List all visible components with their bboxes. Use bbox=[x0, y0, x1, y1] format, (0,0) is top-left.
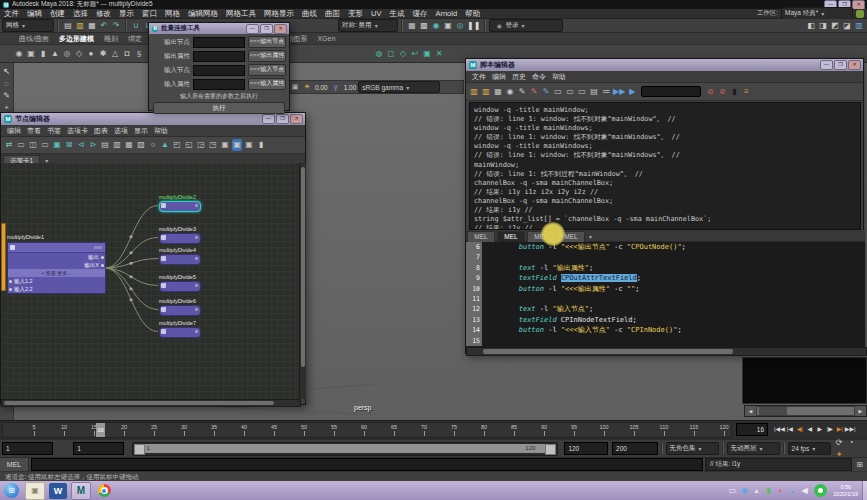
node-editor-menu-0[interactable]: 编辑 bbox=[7, 126, 21, 136]
node-1[interactable] bbox=[159, 233, 201, 244]
node-editor-menu-4[interactable]: 图表 bbox=[94, 126, 108, 136]
menu-item-11[interactable]: 曲线 bbox=[302, 9, 317, 19]
script-tab-1[interactable]: MEL bbox=[497, 231, 525, 242]
go-to-end-button[interactable]: ▶▶| bbox=[845, 423, 856, 436]
clock-icon[interactable]: ◔ bbox=[846, 437, 856, 449]
grab-button[interactable]: <<<输入节点 bbox=[248, 64, 286, 76]
poly-disc-icon[interactable]: ● bbox=[87, 48, 97, 60]
menu-item-4[interactable]: 修改 bbox=[96, 9, 111, 19]
run-user-icon[interactable]: ◉ bbox=[505, 86, 515, 98]
render-settings-icon[interactable]: ◉ bbox=[431, 20, 441, 32]
playback-start-field[interactable]: 1 bbox=[73, 442, 124, 455]
paint-select-tool-icon[interactable]: ✎ bbox=[2, 90, 12, 102]
maximize-button[interactable]: ❐ bbox=[834, 60, 847, 70]
node-editor-vscrollbar[interactable] bbox=[299, 163, 306, 399]
step-forward-key-button[interactable]: |▶ bbox=[825, 423, 835, 436]
node-editor-canvas[interactable]: multiplyDivide1 输出输出X+ 查看 更多...输入1.2输入2.… bbox=[1, 163, 299, 399]
paint-effects-icon[interactable]: ◍ bbox=[375, 48, 385, 60]
workspace-lock-icon[interactable] bbox=[856, 10, 864, 18]
maximize-button[interactable]: ❐ bbox=[276, 114, 289, 124]
secondary-viewport-scrollbar[interactable]: ◀ ▶ bbox=[744, 405, 867, 417]
menu-item-18[interactable]: 帮助 bbox=[465, 9, 480, 19]
field-input[interactable] bbox=[193, 65, 245, 76]
source-out-row-0[interactable]: 输出 bbox=[8, 253, 105, 261]
grab-button[interactable]: <<<输出节点 bbox=[248, 36, 286, 48]
scroll-thumb[interactable] bbox=[759, 407, 787, 415]
node-editor-menu-2[interactable]: 书签 bbox=[47, 126, 61, 136]
frame-all-icon[interactable]: ▭ bbox=[16, 139, 26, 151]
field-input[interactable] bbox=[193, 51, 245, 62]
mode-simple-icon[interactable]: ▣ bbox=[220, 139, 230, 151]
open-scene-icon[interactable]: ▥ bbox=[75, 20, 85, 32]
node-0[interactable] bbox=[159, 201, 201, 212]
source-node-header[interactable] bbox=[8, 243, 105, 253]
node-editor-hscrollbar[interactable] bbox=[1, 399, 301, 407]
exposure-value[interactable]: 0.00 bbox=[315, 84, 328, 91]
start-button[interactable]: ⊞ bbox=[4, 483, 19, 498]
attribute-editor-icon[interactable]: ◩ bbox=[830, 20, 840, 32]
mode-connected-icon[interactable]: ▣ bbox=[232, 139, 242, 151]
poly-pipe-icon[interactable]: ◘ bbox=[123, 48, 133, 60]
grab-button[interactable]: <<<输出属性 bbox=[248, 50, 286, 62]
go-to-start-button[interactable]: |◀◀ bbox=[774, 423, 785, 436]
redo-icon[interactable]: ↷ bbox=[111, 20, 121, 32]
add-nodes-icon[interactable]: ▣ bbox=[52, 139, 62, 151]
snap-grid-icon[interactable]: ∪ bbox=[131, 20, 141, 32]
node-editor-titlebar[interactable]: M 节点编辑器 —❐✕ bbox=[1, 113, 305, 125]
offscreen-node-strip[interactable] bbox=[1, 223, 6, 291]
minimize-button[interactable]: — bbox=[262, 114, 275, 124]
channel-box-icon[interactable]: ▥ bbox=[854, 20, 864, 32]
execute-icon[interactable]: ▶ bbox=[627, 86, 637, 98]
pause-icon[interactable]: ❚❚ bbox=[467, 20, 480, 32]
anim-end-field[interactable]: 200 bbox=[612, 442, 658, 455]
node-3[interactable] bbox=[159, 281, 201, 292]
lasso-tool-icon[interactable]: ◌ bbox=[2, 78, 12, 90]
layout-horizontal-icon[interactable]: ▤ bbox=[100, 139, 110, 151]
node-4[interactable] bbox=[159, 305, 201, 316]
update-tray-icon[interactable]: ▴ bbox=[752, 485, 762, 497]
select-tool-icon[interactable]: ↖ bbox=[2, 66, 12, 78]
line-numbers-icon[interactable]: ≔ bbox=[601, 86, 611, 98]
source-out-row-1[interactable]: 输出X bbox=[8, 261, 105, 269]
sign-in-select[interactable]: ◉登录 bbox=[489, 19, 563, 32]
range-start-handle[interactable] bbox=[134, 444, 145, 455]
poly-torus-icon[interactable]: ◎ bbox=[63, 48, 73, 60]
node-2[interactable] bbox=[159, 254, 201, 265]
range-end-handle[interactable] bbox=[545, 444, 556, 455]
view-more-band[interactable]: + 查看 更多... bbox=[8, 269, 105, 277]
menu-item-8[interactable]: 编辑网格 bbox=[188, 9, 218, 19]
taskbar-photos-icon[interactable]: ▣ bbox=[25, 482, 45, 500]
taskbar-chrome-icon[interactable] bbox=[95, 483, 113, 499]
menu-item-0[interactable]: 文件 bbox=[4, 9, 19, 19]
command-input[interactable] bbox=[31, 458, 703, 471]
taskbar-clock[interactable]: 0:56 2020/1/19 bbox=[830, 484, 862, 498]
script-editor-titlebar[interactable]: M 脚本编辑器 —❐✕ bbox=[466, 59, 863, 71]
graph-upstream-icon[interactable]: ⊲ bbox=[76, 139, 86, 151]
node-editor-menu-1[interactable]: 查看 bbox=[27, 126, 41, 136]
cube-ref-icon[interactable]: ◇ bbox=[399, 48, 409, 60]
menu-item-7[interactable]: 网格 bbox=[165, 9, 180, 19]
loop-icon[interactable]: ⟳ bbox=[834, 437, 844, 449]
selection-mask-select[interactable]: 网格 bbox=[2, 19, 54, 32]
menu-item-9[interactable]: 网格工具 bbox=[226, 9, 256, 19]
save-to-shelf-icon[interactable]: ▦ bbox=[493, 86, 503, 98]
swatch-icon[interactable]: ▮ bbox=[729, 86, 739, 98]
bookmark-icon[interactable]: ▭ bbox=[40, 139, 50, 151]
lock-icon[interactable]: ▮ bbox=[256, 139, 266, 151]
pencil-edit-icon[interactable]: ✎ bbox=[529, 86, 539, 98]
poly-gear-icon[interactable]: ✱ bbox=[99, 48, 109, 60]
script-editor-toggle-icon[interactable]: ⊞ bbox=[854, 459, 865, 470]
texture-view-icon[interactable]: ▣ bbox=[443, 20, 453, 32]
search-icon[interactable]: ○ bbox=[148, 139, 158, 151]
suppress-output-icon[interactable]: ▭ bbox=[565, 86, 575, 98]
wrap-lines-icon[interactable]: ≡ bbox=[741, 86, 751, 98]
scroll-left-arrow-icon[interactable]: ◀ bbox=[745, 406, 756, 416]
menu-item-1[interactable]: 编辑 bbox=[27, 9, 42, 19]
show-desktop-button[interactable] bbox=[862, 481, 867, 500]
stack-trace-icon[interactable]: ▤ bbox=[589, 86, 599, 98]
render-icon[interactable]: ▦ bbox=[407, 20, 417, 32]
taskbar-maya-icon[interactable]: M bbox=[71, 482, 91, 500]
lighting-icon[interactable]: ▣ bbox=[290, 81, 300, 93]
menu-item-13[interactable]: 变形 bbox=[348, 9, 363, 19]
poly-cone-icon[interactable]: ▲ bbox=[51, 48, 61, 60]
